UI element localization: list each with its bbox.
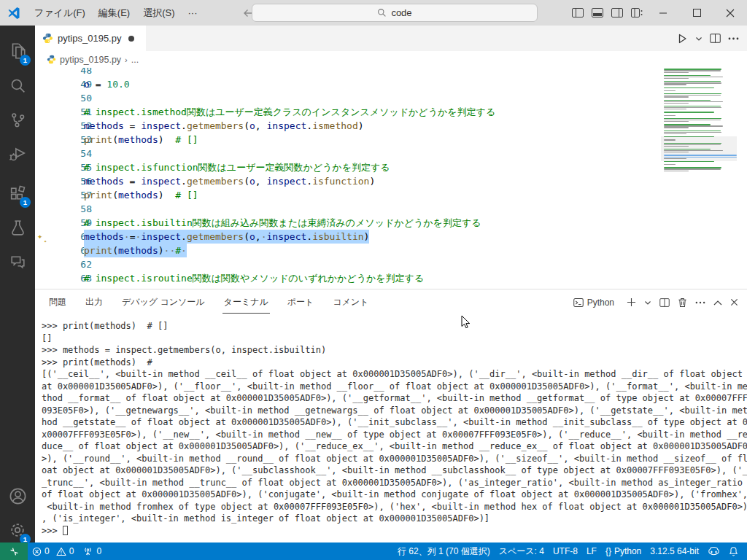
code-line-55[interactable]: 55# inspect.isfunction関数はユーザー定義関数かどうかを判定…: [35, 160, 747, 174]
python-file-icon: [42, 33, 53, 44]
ports-status[interactable]: 0: [78, 542, 106, 560]
split-terminal-icon[interactable]: [658, 297, 671, 308]
code-line-53[interactable]: 53print(methods) # []: [35, 133, 747, 147]
terminal-dropdown-icon[interactable]: [643, 298, 653, 308]
modified-dot-icon[interactable]: [128, 36, 134, 42]
copilot-status[interactable]: [703, 542, 724, 560]
terminal-output[interactable]: >>> print(methods) # [][]>>> methods = i…: [35, 320, 747, 539]
menu-selection[interactable]: 選択(S): [136, 4, 181, 23]
panel-tab-inactive[interactable]: デバッグ コンソール: [120, 291, 206, 314]
python-interpreter-status[interactable]: 3.12.5 64-bit: [646, 542, 703, 560]
code-line-63[interactable]: 63# inspect.isroutine関数は関数やメソッドのいずれかかどうか…: [35, 271, 747, 285]
code-text: methods = inspect.getmembers(o, inspect.…: [84, 174, 375, 188]
breadcrumb-file[interactable]: pytips_0195.py: [60, 55, 121, 65]
account-button[interactable]: [0, 480, 35, 512]
terminal-line: x00007FFF093E05F0>), ('__new__', <built-…: [42, 429, 747, 441]
sidebar-item-explorer[interactable]: 1: [0, 35, 35, 67]
sidebar-item-search[interactable]: [0, 69, 35, 101]
terminal-line: _trunc__', <built-in method __trunc__ of…: [42, 477, 747, 489]
sidebar-item-testing[interactable]: [0, 211, 35, 244]
menu-file[interactable]: ファイル(F): [28, 4, 92, 23]
terminal-line: oat object at 0x000001D35005ADF0>), ('__…: [42, 464, 747, 477]
split-editor-icon[interactable]: [708, 31, 723, 45]
code-line-59[interactable]: 59# inspect.isbuiltin関数は組み込み関数または束縛済みのメソ…: [35, 216, 747, 230]
panel-tab-inactive[interactable]: 問題: [47, 291, 68, 314]
menu-edit[interactable]: 編集(E): [92, 4, 136, 23]
braces-icon: {}: [605, 546, 611, 556]
customize-layout-icon[interactable]: [627, 0, 646, 26]
code-text: # inspect.isbuiltin関数は組み込み関数または束縛済みのメソッド…: [84, 216, 481, 230]
code-line-48[interactable]: 48: [35, 68, 747, 77]
problems-status[interactable]: 0 0: [28, 542, 78, 560]
notifications-status[interactable]: [724, 542, 743, 560]
code-line-58[interactable]: 58: [35, 202, 747, 216]
code-line-61[interactable]: 61print(methods)··#·: [35, 244, 747, 257]
indentation-status[interactable]: スペース: 4: [495, 542, 549, 560]
toggle-panel-icon[interactable]: [587, 0, 607, 26]
cursor-position-status[interactable]: 行 62、列 1 (70 個選択): [393, 542, 495, 560]
code-line-62[interactable]: 62: [35, 257, 747, 271]
minimap-viewport[interactable]: [661, 136, 737, 161]
warning-icon: [56, 547, 66, 556]
code-line-57[interactable]: 57print(methods) # []: [35, 188, 747, 202]
bottom-panel: 問題出力デバッグ コンソールターミナルポートコメント Python: [35, 289, 747, 542]
code-text: o = 10.0: [84, 77, 130, 91]
remote-indicator[interactable]: [0, 542, 28, 560]
toggle-sidebar-icon[interactable]: [568, 0, 587, 26]
terminal-line: >>>: [42, 525, 747, 537]
code-text: methods = inspect.getmembers(o, inspect.…: [84, 119, 364, 133]
terminal-instance-chip[interactable]: Python: [573, 298, 614, 308]
minimap[interactable]: [664, 68, 737, 174]
code-editor[interactable]: 4849o = 10.05051# inspect.ismethod関数はユーザ…: [35, 68, 747, 289]
panel-tab-inactive[interactable]: コメント: [331, 291, 370, 314]
language-mode-status[interactable]: {} Python: [601, 542, 646, 560]
panel-tab-inactive[interactable]: 出力: [84, 291, 104, 314]
python-file-icon-small: [47, 55, 56, 64]
breadcrumb-more[interactable]: ...: [131, 55, 139, 65]
eol-status[interactable]: LF: [582, 542, 601, 560]
account-icon: [8, 486, 28, 506]
maximize-panel-icon[interactable]: [712, 298, 724, 307]
line-number: 50: [35, 91, 92, 105]
terminal-line: hod __getstate__ of float object at 0x00…: [42, 416, 747, 429]
tab-label: pytips_0195.py: [58, 33, 121, 44]
copilot-sparkle-icon[interactable]: ✦✦: [37, 230, 49, 242]
close-panel-icon[interactable]: [729, 297, 740, 308]
terminal-line: []: [42, 332, 747, 345]
ports-count: 0: [96, 546, 101, 556]
panel-more-actions-icon[interactable]: [694, 300, 707, 306]
sidebar-item-run-debug[interactable]: [0, 138, 35, 170]
code-line-49[interactable]: 49o = 10.0: [35, 77, 747, 91]
code-text: # inspect.ismethod関数はユーザー定義クラスのインスタンスメソッ…: [84, 105, 495, 119]
panel-tab-inactive[interactable]: ポート: [286, 291, 316, 314]
toggle-secondary-sidebar-icon[interactable]: [607, 0, 627, 26]
code-line-56[interactable]: 56methods = inspect.getmembers(o, inspec…: [35, 174, 747, 188]
sidebar-item-chat[interactable]: [0, 246, 35, 278]
maximize-button[interactable]: [680, 0, 713, 26]
code-line-52[interactable]: 52methods = inspect.getmembers(o, inspec…: [35, 119, 747, 133]
terminal-line: thod __format__ of float object at 0x000…: [42, 392, 747, 405]
broadcast-tower-icon: [82, 546, 93, 556]
panel-tab-active[interactable]: ターミナル: [222, 291, 270, 314]
menu-more[interactable]: ···: [182, 4, 204, 23]
code-line-50[interactable]: 50: [35, 91, 747, 105]
terminal-line: >>> print(methods) # []: [42, 320, 747, 332]
close-window-button[interactable]: [713, 0, 747, 26]
encoding-status[interactable]: UTF-8: [549, 542, 582, 560]
sidebar-item-extensions[interactable]: 1: [0, 177, 35, 209]
terminal-line: of float object at 0x000001D35005ADF0>),…: [42, 489, 747, 501]
kill-terminal-icon[interactable]: [676, 296, 689, 309]
settings-button[interactable]: 1: [0, 514, 35, 546]
code-line-54[interactable]: 54: [35, 147, 747, 160]
new-terminal-button[interactable]: [625, 296, 638, 308]
editor-more-actions-icon[interactable]: [726, 35, 741, 42]
run-dropdown-icon[interactable]: [693, 33, 705, 44]
error-icon: [32, 547, 42, 556]
tab-pytips-0195[interactable]: pytips_0195.py: [35, 26, 146, 51]
code-line-60[interactable]: 60✦✦methods·=·inspect.getmembers(o,·insp…: [35, 230, 747, 244]
command-center-search[interactable]: code: [252, 4, 538, 22]
code-line-51[interactable]: 51# inspect.ismethod関数はユーザー定義クラスのインスタンスメ…: [35, 105, 747, 119]
minimize-button[interactable]: [646, 0, 680, 26]
sidebar-item-source-control[interactable]: [0, 104, 35, 136]
run-button[interactable]: [674, 31, 690, 47]
